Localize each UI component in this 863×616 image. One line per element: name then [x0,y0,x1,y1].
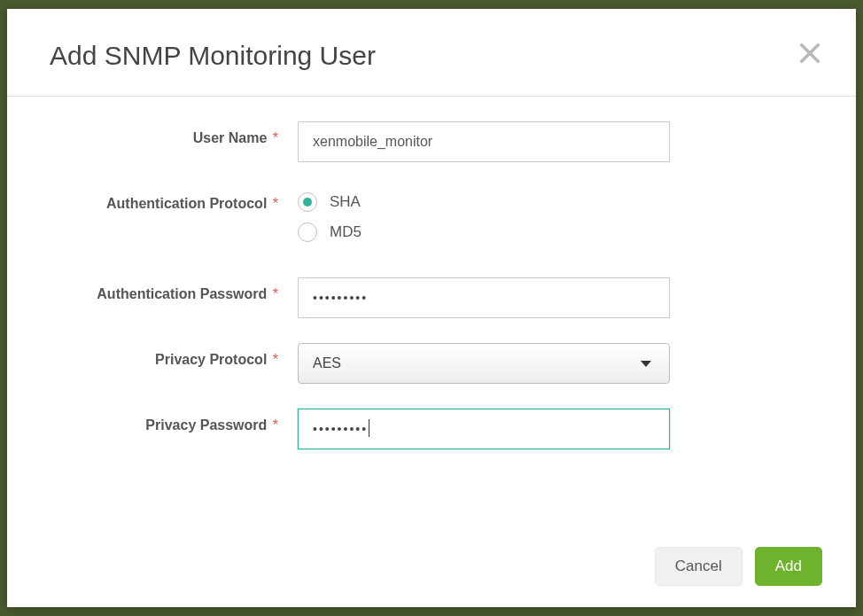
user-name-value: xenmobile_monitor [313,134,432,149]
auth-password-value: ••••••••• [313,291,368,305]
dialog-footer: Cancel Add [655,547,822,586]
add-button[interactable]: Add [755,547,822,586]
label-privacy-password: Privacy Password * [50,409,298,433]
auth-protocol-option-sha[interactable]: SHA [298,192,813,212]
dialog-title: Add SNMP Monitoring User [50,41,813,71]
required-marker: * [268,352,278,367]
cancel-button[interactable]: Cancel [655,547,742,586]
privacy-protocol-selected: AES [313,355,341,371]
add-snmp-user-dialog: Add SNMP Monitoring User User Name * xen… [7,9,856,607]
required-marker: * [268,417,278,433]
text-cursor [369,419,369,437]
chevron-down-icon [641,361,651,367]
privacy-protocol-select[interactable]: AES [298,343,670,384]
label-user-name: User Name * [50,121,298,146]
label-auth-password: Authentication Password * [50,277,298,302]
label-privacy-protocol: Privacy Protocol * [50,343,298,368]
radio-icon [298,222,317,242]
required-marker: * [268,130,278,145]
dialog-header: Add SNMP Monitoring User [7,9,856,97]
dialog-body: User Name * xenmobile_monitor Authentica… [7,97,856,449]
auth-protocol-option-md5[interactable]: MD5 [298,222,813,242]
radio-label-md5: MD5 [330,223,362,241]
privacy-password-input[interactable]: ••••••••• [298,409,670,449]
close-icon[interactable] [797,41,822,66]
user-name-input[interactable]: xenmobile_monitor [298,121,670,162]
auth-protocol-radio-group: SHA MD5 [298,187,813,242]
radio-icon [298,192,317,212]
required-marker: * [268,286,278,301]
row-auth-protocol: Authentication Protocol * SHA MD5 [50,187,813,253]
row-privacy-protocol: Privacy Protocol * AES [50,343,813,384]
privacy-password-value: ••••••••• [313,422,368,436]
label-auth-protocol: Authentication Protocol * [50,187,298,212]
row-auth-password: Authentication Password * ••••••••• [50,277,813,318]
radio-label-sha: SHA [330,193,361,211]
row-user-name: User Name * xenmobile_monitor [50,121,813,162]
auth-password-input[interactable]: ••••••••• [298,277,670,318]
row-privacy-password: Privacy Password * ••••••••• [50,409,813,449]
required-marker: * [268,196,278,211]
